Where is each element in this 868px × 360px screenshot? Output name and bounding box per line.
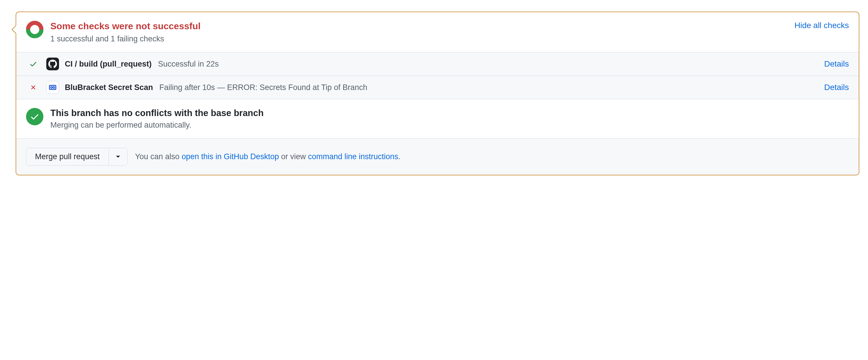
merge-status-panel: Some checks were not successful 1 succes… [16, 11, 859, 175]
check-success-icon [29, 60, 38, 68]
blubracket-avatar-icon [46, 81, 59, 94]
merge-button-group: Merge pull request [26, 148, 128, 166]
checks-header-content: Some checks were not successful 1 succes… [50, 21, 795, 43]
conflicts-subtitle: Merging can be performed automatically. [50, 121, 264, 130]
checks-status-title: Some checks were not successful [50, 21, 795, 32]
open-desktop-link[interactable]: open this in GitHub Desktop [182, 152, 279, 161]
success-check-icon [26, 108, 43, 125]
alt-prefix-text: You can also [135, 152, 182, 161]
check-message-label: Successful in 22s [158, 60, 824, 68]
caret-down-icon [116, 155, 120, 158]
github-avatar-icon [46, 58, 59, 70]
cli-instructions-link[interactable]: command line instructions [308, 152, 398, 161]
merge-options-dropdown[interactable] [108, 148, 127, 165]
status-donut-icon [26, 21, 43, 38]
merge-pull-request-button[interactable]: Merge pull request [26, 148, 108, 165]
checks-header-section: Some checks were not successful 1 succes… [16, 12, 859, 52]
check-details-link[interactable]: Details [824, 59, 849, 68]
conflicts-title: This branch has no conflicts with the ba… [50, 108, 264, 118]
checks-status-subtitle: 1 successful and 1 failing checks [50, 34, 795, 43]
alt-suffix-text: . [398, 152, 401, 161]
check-name-label: BluBracket Secret Scan [65, 83, 153, 92]
alt-merge-text: You can also open this in GitHub Desktop… [135, 152, 401, 161]
conflicts-section: This branch has no conflicts with the ba… [16, 99, 859, 139]
toggle-checks-link[interactable]: Hide all checks [795, 21, 849, 30]
check-details-link[interactable]: Details [824, 83, 849, 92]
conflicts-content: This branch has no conflicts with the ba… [50, 108, 264, 130]
alt-middle-text: or view [279, 152, 308, 161]
check-name-label: CI / build (pull_request) [65, 60, 152, 68]
check-message-label: Failing after 10s — ERROR: Secrets Found… [159, 83, 824, 92]
check-row: CI / build (pull_request) Successful in … [16, 52, 859, 76]
check-failure-icon [29, 83, 38, 92]
merge-action-section: Merge pull request You can also open thi… [16, 139, 859, 175]
check-row: BluBracket Secret Scan Failing after 10s… [16, 76, 859, 99]
